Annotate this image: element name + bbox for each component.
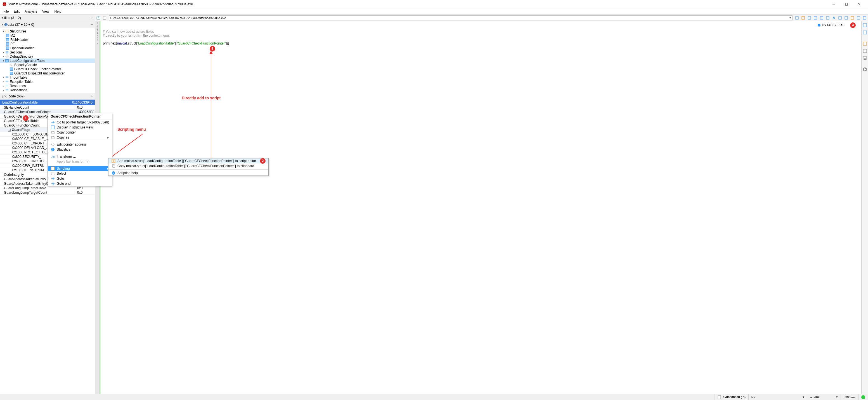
annotation-marker-1: 1 — [23, 115, 29, 121]
tool-icon[interactable] — [819, 15, 825, 21]
menu-analysis[interactable]: Analysis — [22, 9, 39, 14]
tool-icon[interactable] — [862, 15, 867, 21]
struct-icon — [5, 59, 9, 63]
menu-file[interactable]: File — [1, 9, 11, 14]
code-header[interactable]: ƒ(x) code (669) + — [0, 93, 95, 99]
context-menu-item[interactable]: Go to pointer target (0x1400253e8) — [48, 120, 112, 125]
tree-item[interactable]: ▸Resources — [0, 84, 95, 88]
context-menu: GuardCFCheckFunctionPointer Go to pointe… — [48, 113, 112, 187]
tool-A-icon[interactable]: A — [831, 15, 837, 21]
tool-icon[interactable] — [843, 15, 849, 21]
submenu-item-add[interactable]: Add malcat.struct["LoadConfigurationTabl… — [108, 159, 268, 164]
xform-icon: AB — [51, 154, 55, 159]
context-menu-item[interactable]: Display in structure view — [48, 125, 112, 130]
tool-icon[interactable] — [849, 15, 855, 21]
tool-icon[interactable] — [800, 15, 806, 21]
files-header[interactable]: ▾ files (3 + 2) + — [0, 15, 95, 21]
svg-rect-52 — [826, 17, 829, 19]
status-ok — [858, 394, 868, 400]
svg-point-58 — [818, 24, 820, 27]
context-menu-item[interactable]: Goto — [48, 176, 112, 181]
tree-item[interactable]: ▸ExceptionTable — [0, 80, 95, 84]
tool-icon[interactable] — [837, 15, 843, 21]
menu-help[interactable]: Help — [52, 9, 64, 14]
chevron-right-icon: ▸ — [2, 51, 5, 54]
struct-icon — [9, 67, 13, 71]
chevron-right-icon: ▸ — [2, 88, 5, 91]
tree-item[interactable]: SecurityCookie — [0, 63, 95, 67]
struct-field-row[interactable]: GuardLongJumpTargetTable0x0 — [0, 186, 95, 190]
rail-icon[interactable] — [862, 30, 868, 35]
svg-point-17 — [6, 56, 8, 57]
menu-view[interactable]: View — [40, 9, 52, 14]
collapse-icon[interactable]: − — [91, 22, 93, 27]
minimize-button[interactable] — [827, 0, 840, 8]
add-file-icon[interactable]: + — [91, 16, 93, 21]
submenu-item-copy[interactable]: Copy malcat.struct["LoadConfigurationTab… — [108, 164, 268, 169]
tree-item[interactable]: ▸Sections — [0, 50, 95, 54]
rail-save-icon[interactable] — [862, 55, 868, 61]
dropdown-icon: ▾ — [2, 16, 3, 19]
tree-item[interactable]: GuardCFDispatchFunctionPointer — [0, 71, 95, 75]
menu-edit[interactable]: Edit — [11, 9, 22, 14]
context-menu-item: Apply last transform () — [48, 159, 112, 164]
tree-item[interactable]: ▸DebugDirectory — [0, 54, 95, 58]
status-offset: 0x00000000 (:0) — [715, 394, 748, 400]
svg-rect-46 — [103, 16, 106, 20]
struct-panel-title: LoadConfigurationTable — [2, 101, 38, 105]
struct-field-row[interactable]: SEHandlerCount0x0 — [0, 105, 95, 110]
tool-icon[interactable] — [813, 15, 818, 21]
maximize-button[interactable] — [840, 0, 853, 8]
rail-run-icon[interactable] — [862, 67, 868, 72]
copy-icon — [51, 135, 55, 140]
status-format[interactable]: PE▾ — [748, 394, 807, 400]
rail-icon[interactable] — [862, 48, 868, 54]
dropdown-icon[interactable]: ▾ — [789, 16, 791, 20]
tool-icon[interactable] — [856, 15, 861, 21]
tool-icon[interactable] — [825, 15, 831, 21]
edit-icon — [51, 142, 55, 147]
add-code-icon[interactable]: + — [91, 94, 93, 99]
tree-item[interactable]: RichHeader — [0, 37, 95, 42]
new-tab-icon[interactable] — [96, 15, 101, 21]
tool-icon[interactable] — [806, 15, 812, 21]
status-arch[interactable]: amd64▾ — [807, 394, 841, 400]
context-menu-item[interactable]: Edit pointer address — [48, 142, 112, 147]
tree-item[interactable]: OptionalHeader — [0, 46, 95, 50]
app-icon — [2, 2, 7, 6]
rail-icon[interactable] — [862, 22, 868, 28]
data-header-label: data (37 + 10 + 0) — [7, 23, 34, 27]
svg-rect-54 — [845, 17, 847, 19]
context-menu-item[interactable]: Copy as▸ — [48, 135, 112, 140]
tree-item[interactable]: PE — [0, 42, 95, 46]
file-icon[interactable] — [102, 15, 107, 21]
context-menu-item[interactable]: ABTransform … — [48, 154, 112, 159]
gear-icon — [5, 55, 9, 58]
svg-rect-42 — [52, 172, 54, 175]
context-menu-item[interactable]: iStatistics — [48, 147, 112, 152]
svg-rect-41 — [51, 167, 55, 170]
tree-item[interactable]: ▸Relocations — [0, 88, 95, 92]
tree-item[interactable]: ▸ImportTable — [0, 75, 95, 80]
context-menu-item[interactable]: Scripting▸ — [48, 166, 112, 171]
separator — [48, 141, 112, 141]
sidebar: ▾ files (3 + 2) + ▾ data (37 + 10 + 0) −… — [0, 15, 95, 394]
tree-item[interactable]: MZ — [0, 33, 95, 37]
close-button[interactable] — [853, 0, 866, 8]
svg-rect-28 — [6, 86, 8, 86]
tree-item-selected[interactable]: ▾LoadConfigurationTable — [0, 58, 95, 63]
tool-icon[interactable] — [794, 15, 800, 21]
context-menu-item[interactable]: Select — [48, 171, 112, 176]
rail-icon[interactable] — [862, 41, 868, 47]
submenu-item-help[interactable]: ?Scripting help — [108, 170, 268, 175]
tree-item[interactable]: GuardCFCheckFunctionPointer — [0, 67, 95, 71]
context-menu-item[interactable]: Goto end — [48, 181, 112, 186]
svg-rect-13 — [6, 47, 9, 50]
context-menu-item[interactable]: Copy pointer — [48, 130, 112, 135]
struct-field-row[interactable]: GuardLongJumpTargetCount0x0 — [0, 190, 95, 195]
data-header[interactable]: ▾ data (37 + 10 + 0) − — [0, 21, 95, 28]
address-bar[interactable]: ▸ 2e7371ac46e29730ed2739b041c619ea86d41a… — [109, 16, 793, 21]
code-editor[interactable]: 1234567 # You can now add structure fiel… — [95, 21, 861, 394]
tree-structures[interactable]: ▾Structures — [0, 29, 95, 33]
svg-rect-65 — [113, 165, 115, 167]
